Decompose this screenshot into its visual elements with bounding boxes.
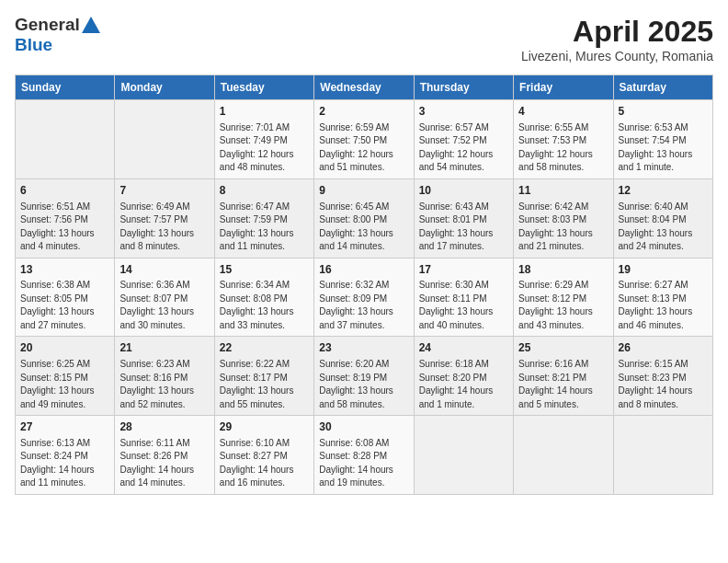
calendar-cell: 21Sunrise: 6:23 AM Sunset: 8:16 PM Dayli…: [115, 337, 214, 416]
day-number: 4: [518, 104, 608, 120]
day-info: Sunrise: 6:55 AM Sunset: 7:53 PM Dayligh…: [518, 121, 608, 175]
calendar-cell: 18Sunrise: 6:29 AM Sunset: 8:12 PM Dayli…: [514, 258, 613, 337]
day-info: Sunrise: 6:23 AM Sunset: 8:16 PM Dayligh…: [119, 358, 209, 411]
calendar-cell: 1Sunrise: 7:01 AM Sunset: 7:49 PM Daylig…: [214, 100, 313, 179]
day-info: Sunrise: 6:18 AM Sunset: 8:20 PM Dayligh…: [419, 358, 508, 411]
day-info: Sunrise: 6:32 AM Sunset: 8:09 PM Dayligh…: [319, 279, 408, 332]
day-info: Sunrise: 6:53 AM Sunset: 7:54 PM Dayligh…: [619, 121, 708, 175]
calendar-cell: 27Sunrise: 6:13 AM Sunset: 8:24 PM Dayli…: [16, 416, 115, 495]
day-info: Sunrise: 6:43 AM Sunset: 8:01 PM Dayligh…: [419, 201, 508, 254]
calendar-cell: 3Sunrise: 6:57 AM Sunset: 7:52 PM Daylig…: [414, 100, 513, 179]
calendar-week-4: 20Sunrise: 6:25 AM Sunset: 8:15 PM Dayli…: [16, 337, 713, 416]
day-header-wednesday: Wednesday: [314, 75, 414, 100]
day-number: 16: [319, 262, 408, 278]
day-info: Sunrise: 6:13 AM Sunset: 8:24 PM Dayligh…: [20, 437, 109, 490]
calendar-cell: 25Sunrise: 6:16 AM Sunset: 8:21 PM Dayli…: [514, 337, 613, 416]
day-number: 23: [319, 340, 408, 356]
calendar-cell: 10Sunrise: 6:43 AM Sunset: 8:01 PM Dayli…: [414, 178, 513, 258]
day-info: Sunrise: 6:10 AM Sunset: 8:27 PM Dayligh…: [220, 437, 309, 490]
calendar-cell: 4Sunrise: 6:55 AM Sunset: 7:53 PM Daylig…: [514, 100, 613, 179]
day-info: Sunrise: 6:49 AM Sunset: 7:57 PM Dayligh…: [119, 201, 209, 254]
day-number: 26: [619, 340, 708, 356]
day-number: 2: [319, 104, 408, 120]
calendar-cell: [16, 100, 115, 179]
day-number: 14: [119, 262, 209, 278]
day-header-thursday: Thursday: [414, 75, 513, 100]
month-title: April 2025: [521, 15, 713, 49]
calendar-cell: 6Sunrise: 6:51 AM Sunset: 7:56 PM Daylig…: [16, 178, 115, 258]
day-number: 20: [20, 340, 109, 356]
logo-blue-text: Blue: [15, 35, 52, 54]
day-info: Sunrise: 6:29 AM Sunset: 8:12 PM Dayligh…: [518, 279, 608, 332]
day-number: 25: [518, 340, 608, 356]
day-info: Sunrise: 6:42 AM Sunset: 8:03 PM Dayligh…: [518, 201, 608, 254]
calendar-cell: 26Sunrise: 6:15 AM Sunset: 8:23 PM Dayli…: [613, 337, 712, 416]
day-header-saturday: Saturday: [613, 75, 712, 100]
calendar-week-1: 1Sunrise: 7:01 AM Sunset: 7:49 PM Daylig…: [16, 100, 713, 179]
day-number: 21: [119, 340, 209, 356]
calendar-cell: 22Sunrise: 6:22 AM Sunset: 8:17 PM Dayli…: [214, 337, 313, 416]
day-info: Sunrise: 6:08 AM Sunset: 8:28 PM Dayligh…: [319, 437, 408, 490]
day-number: 10: [419, 183, 508, 199]
day-info: Sunrise: 6:15 AM Sunset: 8:23 PM Dayligh…: [619, 358, 708, 411]
calendar-cell: 9Sunrise: 6:45 AM Sunset: 8:00 PM Daylig…: [314, 178, 414, 258]
calendar-cell: 24Sunrise: 6:18 AM Sunset: 8:20 PM Dayli…: [414, 337, 513, 416]
day-number: 8: [220, 183, 309, 199]
location: Livezeni, Mures County, Romania: [521, 49, 713, 63]
day-info: Sunrise: 6:16 AM Sunset: 8:21 PM Dayligh…: [518, 358, 608, 411]
day-number: 27: [20, 419, 109, 435]
day-number: 9: [319, 183, 408, 199]
day-number: 1: [220, 104, 309, 120]
day-number: 28: [119, 419, 209, 435]
day-info: Sunrise: 6:30 AM Sunset: 8:11 PM Dayligh…: [419, 279, 508, 332]
day-header-friday: Friday: [514, 75, 613, 100]
day-number: 13: [20, 262, 109, 278]
calendar-cell: 15Sunrise: 6:34 AM Sunset: 8:08 PM Dayli…: [214, 258, 313, 337]
calendar-week-2: 6Sunrise: 6:51 AM Sunset: 7:56 PM Daylig…: [16, 178, 713, 258]
day-number: 29: [220, 419, 309, 435]
day-info: Sunrise: 6:57 AM Sunset: 7:52 PM Dayligh…: [419, 121, 508, 175]
calendar-header: SundayMondayTuesdayWednesdayThursdayFrid…: [16, 75, 713, 100]
calendar-cell: 16Sunrise: 6:32 AM Sunset: 8:09 PM Dayli…: [314, 258, 414, 337]
calendar-cell: [414, 416, 513, 495]
day-info: Sunrise: 6:38 AM Sunset: 8:05 PM Dayligh…: [20, 279, 109, 332]
calendar-cell: 14Sunrise: 6:36 AM Sunset: 8:07 PM Dayli…: [115, 258, 214, 337]
day-info: Sunrise: 6:27 AM Sunset: 8:13 PM Dayligh…: [619, 279, 708, 332]
day-info: Sunrise: 6:22 AM Sunset: 8:17 PM Dayligh…: [220, 358, 309, 411]
day-number: 6: [20, 183, 109, 199]
day-info: Sunrise: 6:25 AM Sunset: 8:15 PM Dayligh…: [20, 358, 109, 411]
day-header-sunday: Sunday: [16, 75, 115, 100]
day-info: Sunrise: 6:45 AM Sunset: 8:00 PM Dayligh…: [319, 201, 408, 254]
day-number: 22: [220, 340, 309, 356]
calendar-week-5: 27Sunrise: 6:13 AM Sunset: 8:24 PM Dayli…: [16, 416, 713, 495]
logo-icon: [82, 17, 100, 33]
day-info: Sunrise: 6:20 AM Sunset: 8:19 PM Dayligh…: [319, 358, 408, 411]
day-number: 3: [419, 104, 508, 120]
day-number: 5: [619, 104, 708, 120]
calendar-cell: 23Sunrise: 6:20 AM Sunset: 8:19 PM Dayli…: [314, 337, 414, 416]
day-info: Sunrise: 6:34 AM Sunset: 8:08 PM Dayligh…: [220, 279, 309, 332]
day-header-monday: Monday: [115, 75, 214, 100]
day-info: Sunrise: 6:40 AM Sunset: 8:04 PM Dayligh…: [619, 201, 708, 254]
calendar-cell: 12Sunrise: 6:40 AM Sunset: 8:04 PM Dayli…: [613, 178, 712, 258]
day-number: 15: [220, 262, 309, 278]
day-number: 24: [419, 340, 508, 356]
day-info: Sunrise: 6:47 AM Sunset: 7:59 PM Dayligh…: [220, 201, 309, 254]
calendar-cell: [613, 416, 712, 495]
calendar-cell: 28Sunrise: 6:11 AM Sunset: 8:26 PM Dayli…: [115, 416, 214, 495]
calendar-cell: 19Sunrise: 6:27 AM Sunset: 8:13 PM Dayli…: [613, 258, 712, 337]
calendar-cell: 13Sunrise: 6:38 AM Sunset: 8:05 PM Dayli…: [16, 258, 115, 337]
calendar-cell: 29Sunrise: 6:10 AM Sunset: 8:27 PM Dayli…: [214, 416, 313, 495]
day-info: Sunrise: 7:01 AM Sunset: 7:49 PM Dayligh…: [220, 121, 309, 175]
logo-general-text: General: [15, 15, 80, 35]
day-info: Sunrise: 6:11 AM Sunset: 8:26 PM Dayligh…: [119, 437, 209, 490]
day-number: 11: [518, 183, 608, 199]
svg-marker-0: [82, 17, 100, 33]
day-number: 19: [619, 262, 708, 278]
calendar-cell: 17Sunrise: 6:30 AM Sunset: 8:11 PM Dayli…: [414, 258, 513, 337]
day-number: 12: [619, 183, 708, 199]
day-number: 17: [419, 262, 508, 278]
day-number: 30: [319, 419, 408, 435]
logo: General Blue: [15, 15, 100, 55]
calendar-cell: 20Sunrise: 6:25 AM Sunset: 8:15 PM Dayli…: [16, 337, 115, 416]
